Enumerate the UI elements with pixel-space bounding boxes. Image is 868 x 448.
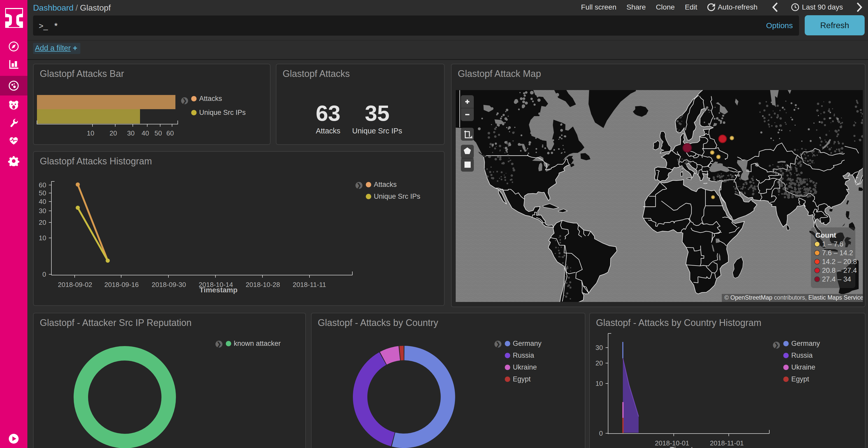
svg-text:20.8 – 27.4: 20.8 – 27.4	[822, 267, 857, 274]
svg-text:27.4 – 34: 27.4 – 34	[822, 275, 851, 283]
svg-text:14.2 – 20.8: 14.2 – 20.8	[822, 258, 857, 266]
svg-text:Count: Count	[815, 231, 836, 239]
svg-text:7.6 – 14.2: 7.6 – 14.2	[822, 249, 853, 257]
svg-text:© OpenStreetMap contributors,: © OpenStreetMap contributors, Elastic Ma…	[724, 294, 863, 301]
svg-text:1 – 7.6: 1 – 7.6	[822, 240, 843, 248]
